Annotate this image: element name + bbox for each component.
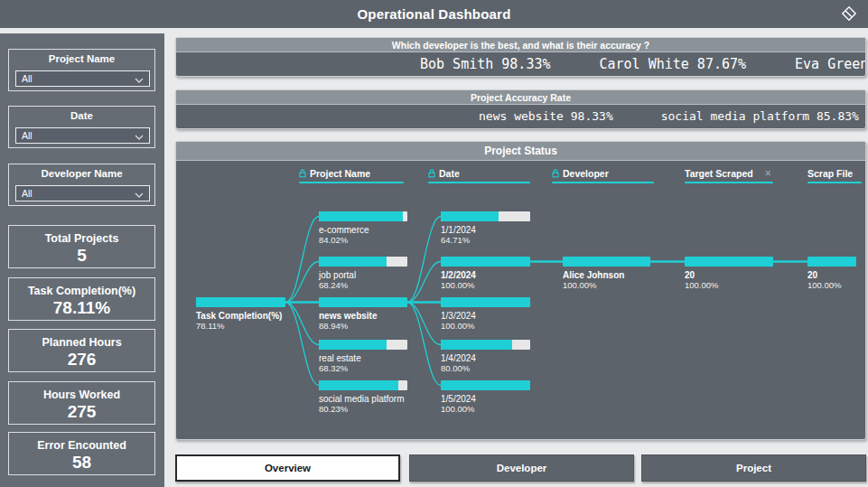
tree-level-project-name[interactable]: Project Name ✕ — [299, 167, 404, 183]
node-bar-fill — [319, 297, 407, 307]
node-bar-fill — [319, 380, 398, 390]
tree-level-developer[interactable]: Developer ✕ — [552, 167, 654, 183]
kpi-error-encounted: Error Encounted 58 — [8, 432, 155, 475]
slicer-project-name: Project Name All — [8, 49, 155, 91]
slicer-dropdown[interactable]: All — [15, 185, 150, 201]
node-bar — [319, 211, 407, 221]
node-bar — [563, 257, 650, 267]
lock-icon — [552, 165, 559, 182]
node-label: 1/3/2024 — [441, 311, 530, 321]
node-bar-fill — [441, 297, 530, 307]
tree-node[interactable]: 20 100.00% — [685, 257, 773, 290]
node-bar-fill — [319, 257, 387, 267]
node-label: real estate — [319, 353, 407, 363]
kpi-value: 5 — [9, 246, 154, 266]
kpi-label: Hours Worked — [9, 389, 154, 401]
tree-node[interactable]: Task Completion(%) 78.11% — [196, 297, 285, 331]
sidebar: Project Name All Date All Developer Name… — [0, 33, 164, 487]
project-accuracy-panel: Project Accuracy Rate news website 98.33… — [175, 89, 866, 129]
kpi-value: 275 — [9, 402, 154, 422]
node-value: 78.11% — [196, 321, 285, 331]
slicer-label: Project Name — [9, 53, 154, 64]
project-accuracy-ticker: news website 98.33%social media platform… — [176, 105, 865, 127]
node-label: 1/4/2024 — [441, 353, 530, 363]
node-bar-fill — [196, 297, 285, 307]
remove-field-icon[interactable]: ✕ — [762, 169, 773, 178]
tree-level-scrap-file[interactable]: Scrap File ✕ — [807, 167, 862, 183]
tree-node[interactable]: 1/2/2024 100.00% — [441, 257, 530, 290]
node-bar — [319, 380, 407, 390]
ticker-item: Bob Smith 98.33% — [420, 56, 551, 72]
tree-node[interactable]: 1/5/2024 100.00% — [441, 380, 530, 414]
kpi-label: Error Encounted — [9, 439, 154, 452]
node-bar — [319, 340, 407, 350]
node-label: 20 — [685, 270, 773, 280]
node-bar — [441, 380, 530, 390]
tree-node[interactable]: social media platform 80.23% — [319, 380, 407, 414]
slicer-dropdown[interactable]: All — [15, 127, 150, 144]
kpi-hours-worked: Hours Worked 275 — [8, 381, 155, 425]
tree-node[interactable]: Alice Johnson 100.00% — [563, 257, 650, 290]
node-value: 68.24% — [319, 280, 407, 290]
tab-overview[interactable]: Overview — [175, 454, 400, 482]
node-label: news website — [319, 311, 407, 321]
node-bar — [807, 257, 856, 267]
tree-node[interactable]: 1/3/2024 100.00% — [441, 297, 530, 331]
kpi-planned-hours: Planned Hours 276 — [8, 329, 155, 372]
tree-level-label: Scrap File — [807, 168, 853, 179]
node-value: 68.32% — [319, 363, 407, 373]
node-bar — [319, 257, 407, 267]
tab-developer[interactable]: Developer — [409, 454, 634, 482]
slicer-selected-value: All — [22, 73, 135, 84]
slicer-label: Developer Name — [9, 168, 154, 179]
node-bar-fill — [441, 380, 530, 390]
page-title: Operational Dashboard — [357, 6, 510, 22]
node-label: 1/5/2024 — [441, 394, 530, 404]
slicer-dropdown[interactable]: All — [15, 70, 150, 87]
slicer-date: Date All — [8, 106, 155, 148]
node-label: Task Completion(%) — [196, 311, 285, 321]
tree-node[interactable]: e-commerce 84.02% — [319, 211, 407, 245]
tree-level-label: Date — [439, 168, 460, 179]
level-underline — [685, 182, 773, 183]
decomposition-tree: Project Name ✕ Date ✕ Developer — [176, 161, 865, 439]
kpi-task-completion-: Task Completion(%) 78.11% — [8, 277, 155, 321]
node-value: 100.00% — [563, 280, 650, 290]
node-bar — [441, 211, 530, 221]
tag-icon[interactable] — [840, 5, 858, 23]
tree-node[interactable]: 20 100.00% — [807, 257, 856, 290]
chevron-down-icon — [135, 70, 144, 87]
panel-header: Project Accuracy Rate — [176, 90, 865, 105]
node-bar-fill — [685, 257, 773, 267]
level-underline — [552, 182, 654, 183]
tree-node[interactable]: news website 88.94% — [319, 297, 407, 331]
node-label: Alice Johnson — [563, 270, 650, 280]
node-bar — [196, 297, 285, 307]
node-label: e-commerce — [319, 225, 407, 235]
tab-project[interactable]: Project — [641, 454, 866, 482]
kpi-total-projects: Total Projects 5 — [8, 225, 155, 268]
tree-node[interactable]: real estate 68.32% — [319, 340, 407, 373]
tree-level-target-scraped[interactable]: Target Scraped ✕ — [685, 167, 773, 183]
developer-accuracy-panel: Which developer is the best, and what is… — [175, 37, 866, 77]
chevron-down-icon — [135, 185, 144, 201]
tree-level-date[interactable]: Date ✕ — [428, 167, 530, 183]
node-bar-fill — [319, 340, 387, 350]
node-label: 1/2/2024 — [441, 270, 530, 280]
node-bar-fill — [441, 257, 530, 267]
node-value: 100.00% — [441, 404, 530, 414]
slicer-selected-value: All — [22, 130, 135, 141]
panel-header: Project Status — [176, 142, 865, 161]
developer-accuracy-ticker: Bob Smith 98.33%Carol White 87.67%Eva Gr… — [176, 52, 865, 75]
tree-node[interactable]: job portal 68.24% — [319, 257, 407, 290]
kpi-label: Planned Hours — [9, 336, 154, 349]
kpi-label: Task Completion(%) — [9, 285, 154, 297]
chevron-down-icon — [135, 127, 144, 144]
tree-node[interactable]: 1/4/2024 80.00% — [441, 340, 530, 373]
lock-icon — [428, 165, 435, 182]
node-bar-fill — [441, 211, 499, 221]
node-label: 20 — [807, 270, 856, 280]
node-bar — [319, 297, 407, 307]
tree-node[interactable]: 1/1/2024 64.71% — [441, 211, 530, 245]
kpi-label: Total Projects — [9, 232, 154, 245]
